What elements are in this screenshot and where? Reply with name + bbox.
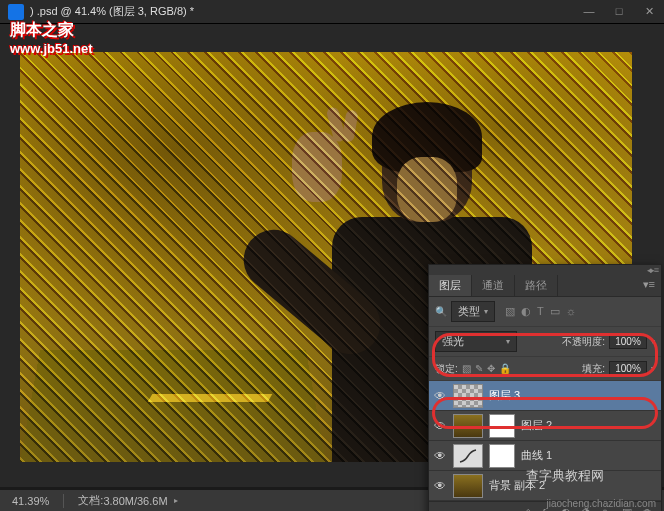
visibility-toggle-icon[interactable]: 👁: [433, 419, 447, 433]
link-layers-icon[interactable]: ⬙: [524, 506, 532, 511]
window-controls: — □ ✕: [574, 0, 664, 22]
divider: [63, 494, 64, 508]
lock-pixels-icon[interactable]: ✎: [475, 363, 483, 374]
layer-row[interactable]: 👁 图层 3: [429, 381, 661, 411]
layer-name: 图层 2: [521, 418, 552, 433]
blend-row: 强光 ▾ 不透明度: 100% ▾: [429, 327, 661, 357]
visibility-toggle-icon[interactable]: 👁: [433, 449, 447, 463]
hand: [292, 132, 342, 202]
tab-layers[interactable]: 图层: [429, 275, 472, 296]
lock-transparency-icon[interactable]: ▧: [462, 363, 471, 374]
lane-marking: [148, 394, 273, 402]
watermark-center: 查字典教程网: [526, 467, 604, 485]
doc-size-label: 文档:: [78, 493, 103, 508]
blend-mode-value: 强光: [442, 334, 464, 349]
filter-type-label: 类型: [458, 304, 480, 319]
panel-menu-icon[interactable]: ▾≡: [637, 275, 661, 296]
filter-type-dropdown[interactable]: 类型 ▾: [451, 301, 495, 322]
close-button[interactable]: ✕: [634, 0, 664, 22]
chevron-down-icon: ▾: [484, 307, 488, 316]
filter-pixel-icon[interactable]: ▧: [505, 305, 515, 318]
watermark-url: jiaocheng.chazidian.com: [546, 498, 656, 509]
filter-smart-icon[interactable]: ☼: [566, 305, 576, 318]
layer-thumbnail[interactable]: [453, 414, 483, 438]
lock-label: 锁定:: [435, 362, 458, 376]
tab-channels[interactable]: 通道: [472, 275, 515, 296]
filter-adjust-icon[interactable]: ◐: [521, 305, 531, 318]
layer-thumbnail[interactable]: [453, 474, 483, 498]
lock-row: 锁定: ▧ ✎ ✥ 🔒 填充: 100% ▾: [429, 357, 661, 381]
visibility-toggle-icon[interactable]: 👁: [433, 479, 447, 493]
opacity-input[interactable]: 100%: [609, 334, 647, 349]
filter-icons: ▧ ◐ T ▭ ☼: [505, 305, 576, 318]
layer-name: 曲线 1: [521, 448, 552, 463]
visibility-toggle-icon[interactable]: 👁: [433, 389, 447, 403]
layer-mask-thumbnail[interactable]: [489, 444, 515, 468]
panel-tabs: 图层 通道 路径 ▾≡: [429, 275, 661, 297]
chevron-down-icon: ▾: [506, 337, 510, 346]
tab-paths[interactable]: 路径: [515, 275, 558, 296]
chevron-down-icon[interactable]: ▾: [651, 337, 655, 346]
lock-icons: ▧ ✎ ✥ 🔒: [462, 363, 511, 374]
panel-drag-handle[interactable]: ◂▸ ≡: [429, 265, 661, 275]
zoom-level[interactable]: 41.39%: [12, 495, 49, 507]
layer-name: 图层 3: [489, 388, 520, 403]
adjustment-thumbnail[interactable]: [453, 444, 483, 468]
lock-all-icon[interactable]: 🔒: [499, 363, 511, 374]
fill-input[interactable]: 100%: [609, 361, 647, 376]
watermark-name: 脚本之家: [10, 20, 93, 41]
watermark-url: www.jb51.net: [10, 41, 93, 56]
face: [397, 157, 457, 222]
site-watermark: 脚本之家 www.jb51.net: [10, 20, 93, 56]
layer-mask-thumbnail[interactable]: [489, 414, 515, 438]
minimize-button[interactable]: —: [574, 0, 604, 22]
document-title: ) .psd @ 41.4% (图层 3, RGB/8) *: [30, 4, 194, 19]
maximize-button[interactable]: □: [604, 0, 634, 22]
blend-mode-dropdown[interactable]: 强光 ▾: [435, 331, 517, 352]
layer-thumbnail[interactable]: [453, 384, 483, 408]
filter-row: 🔍 类型 ▾ ▧ ◐ T ▭ ☼: [429, 297, 661, 327]
filter-shape-icon[interactable]: ▭: [550, 305, 560, 318]
window-titlebar: ) .psd @ 41.4% (图层 3, RGB/8) * — □ ✕: [0, 0, 664, 24]
app-icon: [8, 4, 24, 20]
chevron-down-icon[interactable]: ▾: [651, 364, 655, 373]
filter-text-icon[interactable]: T: [537, 305, 544, 318]
opacity-label: 不透明度:: [562, 335, 605, 349]
doc-size-value: 3.80M/36.6M: [103, 495, 167, 507]
curves-icon: [459, 449, 477, 463]
lock-position-icon[interactable]: ✥: [487, 363, 495, 374]
finger: [341, 109, 358, 143]
fill-label: 填充:: [582, 362, 605, 376]
layer-row[interactable]: 👁 图层 2: [429, 411, 661, 441]
